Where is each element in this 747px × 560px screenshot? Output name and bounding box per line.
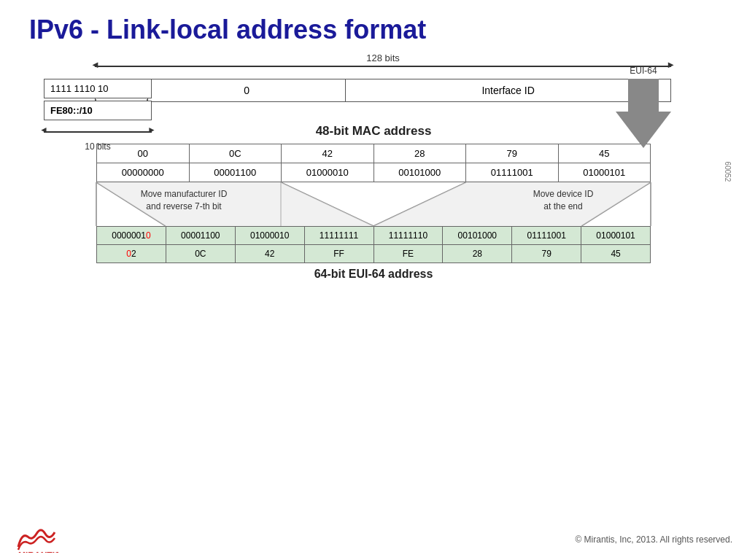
- eui-b4: 11111111: [304, 227, 374, 245]
- bits-label: 128 bits: [366, 52, 400, 63]
- eui-h7: 79: [512, 245, 581, 263]
- eui-b5: 11111110: [374, 227, 443, 245]
- ten-bits-label: 10 bits: [85, 141, 110, 152]
- eui-b3: 01000010: [235, 227, 304, 245]
- arrow-left-head: ◄: [90, 59, 100, 70]
- hex-detail: FE80::/10: [44, 101, 152, 120]
- arrow-head: [616, 112, 671, 148]
- eui-h3: 42: [235, 245, 304, 263]
- page-title: IPv6 - Link-local address format: [29, 15, 718, 45]
- address-bar: 0 Interface ID: [95, 79, 671, 102]
- mac-b5: 01111001: [466, 163, 559, 182]
- footer-logo: MIRANTIS: [15, 526, 58, 553]
- trap-left-text: Move manufacturer IDand reverse 7-th bit: [111, 188, 257, 213]
- footer-copyright: © Mirantis, Inc, 2013. All rights reserv…: [575, 534, 732, 545]
- mirantis-logo-svg: MIRANTIS: [15, 526, 58, 553]
- bottom-section: 48-bit MAC address 00 0C 42 28 79 45 000…: [29, 124, 718, 281]
- binary-detail: 1111 1110 10: [44, 79, 152, 98]
- mac-b6: 01000101: [558, 163, 651, 182]
- arrow-line-bar: ◄ ► 128 bits: [95, 66, 671, 67]
- eui-b7: 01111001: [512, 227, 581, 245]
- bits-arrow: ◄ ► 128 bits: [95, 58, 671, 74]
- trap-right-text: Move device IDat the end: [490, 188, 636, 213]
- eui64-arrow-area: EUI-64: [616, 66, 671, 148]
- mac-h5: 79: [466, 144, 559, 163]
- ten-bits-arrow: ◄ ► 10 bits: [44, 124, 152, 140]
- arrow-down-shape: [616, 79, 671, 148]
- mac-b2: 00001100: [189, 163, 282, 182]
- mac-binary-row: 00000000 00001100 01000010 00101000 0111…: [97, 163, 651, 182]
- mac-table: 00 0C 42 28 79 45 00000000 00001100 0100…: [96, 144, 651, 182]
- ten-bits-line: ◄ ►: [44, 131, 152, 133]
- eui-title: 64-bit EUI-64 address: [29, 268, 718, 281]
- eui-h4: FF: [304, 245, 374, 263]
- mac-b4: 00101000: [374, 163, 466, 182]
- trapezoid-area: Move manufacturer IDand reverse 7-th bit…: [96, 182, 651, 226]
- mac-b1: 00000000: [97, 163, 190, 182]
- ten-arrow-left: ◄: [39, 125, 48, 135]
- mac-h3: 42: [282, 144, 374, 163]
- bits-arrow-container: ◄ ► 128 bits: [95, 58, 671, 74]
- eui-h8: 45: [581, 245, 651, 263]
- ten-arrow-right: ►: [147, 125, 156, 135]
- eui-b1: 00000010: [97, 227, 166, 245]
- eui-b8: 01000101: [581, 227, 651, 245]
- mac-h2: 0C: [189, 144, 282, 163]
- main-container: IPv6 - Link-local address format ◄ ► 128…: [0, 0, 747, 560]
- addr-zero-cell: 0: [148, 79, 346, 101]
- eui64-label: EUI-64: [630, 66, 657, 76]
- mac-b3: 01000010: [282, 163, 374, 182]
- eui-binary-row: 00000010 00001100 01000010 11111111 1111…: [97, 227, 651, 245]
- eui-h1: 02: [97, 245, 166, 263]
- eui-binary-table: 00000010 00001100 01000010 11111111 1111…: [96, 226, 651, 263]
- mac-header-row: 00 0C 42 28 79 45: [97, 144, 651, 163]
- rotated-label: 60052: [724, 162, 732, 182]
- eui-hex-row: 02 0C 42 FF FE 28 79 45: [97, 245, 651, 263]
- eui-b2: 00001100: [166, 227, 235, 245]
- svg-text:MIRANTIS: MIRANTIS: [18, 551, 58, 553]
- arrow-shaft: [628, 79, 659, 112]
- eui-b6: 00101000: [443, 227, 512, 245]
- mac-h4: 28: [374, 144, 466, 163]
- eui-h6: 28: [443, 245, 512, 263]
- eui-h2: 0C: [166, 245, 235, 263]
- eui-h5: FE: [374, 245, 443, 263]
- left-detail-box: 1111 1110 10 FE80::/10 ◄ ► 10 bits: [44, 79, 152, 140]
- footer: MIRANTIS © Mirantis, Inc, 2013. All righ…: [0, 526, 747, 553]
